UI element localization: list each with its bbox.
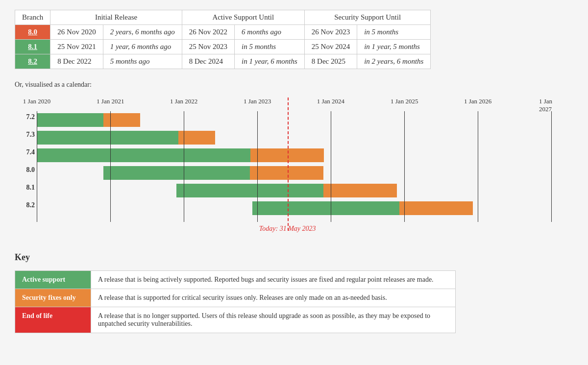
col-branch: Branch [15,10,50,25]
releases-table: Branch Initial Release Active Support Un… [15,10,431,69]
chart-bar [37,148,250,162]
active-support-relative: in 5 months [235,40,305,54]
security-relative: in 1 year, 5 months [357,40,431,54]
chart-bar [399,201,473,215]
table-row: 8.0 26 Nov 2020 2 years, 6 months ago 26… [15,25,431,40]
chart-bar [103,166,250,180]
chart-bar [37,131,178,145]
chart-row-label: 8.1 [16,184,35,192]
chart-bar [252,201,399,215]
chart-row-label: 8.0 [16,166,35,174]
year-vline [331,111,331,222]
branch-cell[interactable]: 8.0 [15,25,50,40]
chart-bar [250,166,323,180]
calendar-chart: 1 Jan 20201 Jan 20211 Jan 20221 Jan 2023… [15,97,573,243]
key-description: A release that is supported for critical… [91,289,456,307]
year-label: 1 Jan 2022 [170,97,197,105]
today-vline [288,97,289,231]
branch-cell[interactable]: 8.2 [15,54,50,69]
active-support-date: 8 Dec 2024 [182,54,234,69]
col-security-support: Security Support Until [304,10,431,25]
security-relative: in 5 months [357,25,431,40]
chart-row-label: 7.2 [16,113,35,121]
initial-relative: 1 year, 6 months ago [103,40,182,54]
year-vline [551,111,552,222]
key-title: Key [15,252,573,263]
today-label: Today: 31 May 2023 [259,225,316,236]
key-label: Security fixes only [15,289,91,307]
year-vline [37,111,37,222]
year-vline [478,111,478,222]
key-row: End of life A release that is no longer … [15,307,456,333]
chart-bar [37,113,103,127]
year-label: 1 Jan 2021 [97,97,124,105]
initial-relative: 2 years, 6 months ago [103,25,182,40]
chart-body: 7.27.37.48.08.18.2Today: 31 May 2023 [37,111,551,222]
security-date: 26 Nov 2023 [304,25,357,40]
year-label: 1 Jan 2026 [464,97,491,105]
chart-row-label: 8.2 [16,201,35,209]
security-relative: in 2 years, 6 months [357,54,431,69]
chart-row-label: 7.4 [16,148,35,156]
initial-date: 25 Nov 2021 [50,40,103,54]
year-vline [184,111,184,222]
initial-date: 26 Nov 2020 [50,25,103,40]
chart-bar [176,184,323,197]
col-initial-release: Initial Release [50,10,182,25]
initial-date: 8 Dec 2022 [50,54,103,69]
key-row: Active support A release that is being a… [15,271,456,289]
active-support-relative: 6 months ago [235,25,305,40]
chart-area: 1 Jan 20201 Jan 20211 Jan 20221 Jan 2023… [37,97,576,243]
active-support-relative: in 1 year, 6 months [235,54,305,69]
key-label: Active support [15,271,91,289]
year-label: 1 Jan 2025 [391,97,418,105]
table-row: 8.1 25 Nov 2021 1 year, 6 months ago 25 … [15,40,431,54]
year-label: 1 Jan 2024 [317,97,344,105]
chart-bar [103,113,140,127]
active-support-date: 26 Nov 2022 [182,25,234,40]
active-support-date: 25 Nov 2023 [182,40,234,54]
chart-bar [323,184,397,197]
branch-cell[interactable]: 8.1 [15,40,50,54]
key-row: Security fixes only A release that is su… [15,289,456,307]
year-vline [110,111,111,222]
year-label: 1 Jan 2023 [244,97,271,105]
calendar-intro-text: Or, visualised as a calendar: [15,81,573,89]
key-table: Active support A release that is being a… [15,270,456,333]
year-vline [257,111,258,222]
year-labels: 1 Jan 20201 Jan 20211 Jan 20221 Jan 2023… [37,97,576,109]
year-vline [404,111,405,222]
security-date: 8 Dec 2025 [304,54,357,69]
col-active-support: Active Support Until [182,10,304,25]
key-description: A release that is being actively support… [91,271,456,289]
key-description: A release that is no longer supported. U… [91,307,456,333]
table-row: 8.2 8 Dec 2022 5 months ago 8 Dec 2024 i… [15,54,431,69]
chart-row-label: 7.3 [16,131,35,139]
key-label: End of life [15,307,91,333]
security-date: 25 Nov 2024 [304,40,357,54]
year-label: 1 Jan 2020 [23,97,50,105]
initial-relative: 5 months ago [103,54,182,69]
